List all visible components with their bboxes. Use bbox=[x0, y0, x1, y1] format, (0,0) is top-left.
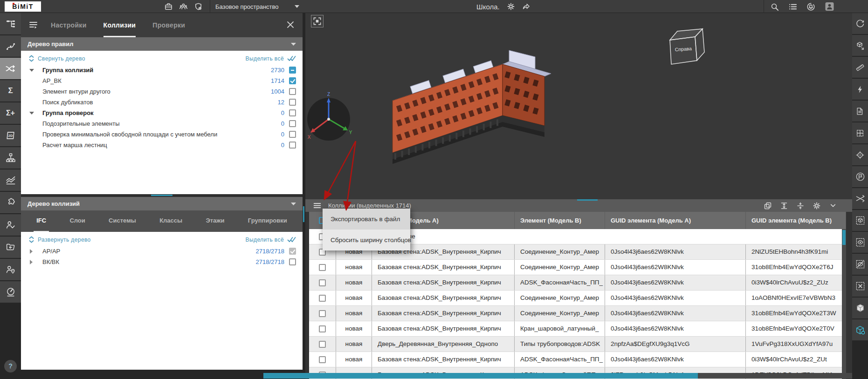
tool-sum[interactable]: Σ bbox=[0, 80, 21, 102]
rule-tree-item[interactable]: АР_ВК1714 bbox=[21, 75, 303, 86]
table-horizontal-scrollbar[interactable] bbox=[263, 373, 852, 379]
tool-folder-export[interactable] bbox=[0, 237, 21, 258]
rule-checkbox[interactable] bbox=[289, 88, 296, 95]
tool-clear-selection[interactable] bbox=[852, 276, 868, 297]
tab-Группировки[interactable]: Группировки bbox=[245, 210, 290, 232]
panel-resize-handle[interactable] bbox=[151, 195, 172, 196]
team-icon[interactable] bbox=[179, 2, 188, 11]
tool-visibility-off[interactable] bbox=[852, 254, 868, 275]
rules-tree-header[interactable]: Дерево правил bbox=[21, 37, 303, 51]
tab-Системы[interactable]: Системы bbox=[106, 210, 139, 232]
tool-collisions[interactable] bbox=[0, 58, 21, 79]
panel-menu-icon[interactable] bbox=[28, 20, 39, 30]
tab-Коллизии[interactable]: Коллизии bbox=[103, 13, 136, 37]
menu-item[interactable]: Сбросить ширину столбцов bbox=[323, 230, 410, 250]
menu-item[interactable]: Экспортировать в файл bbox=[323, 209, 410, 230]
expander-down-icon[interactable] bbox=[29, 68, 42, 72]
tab-Этажи[interactable]: Этажи bbox=[203, 210, 227, 232]
tool-2d-view[interactable]: 2D bbox=[0, 125, 21, 146]
close-icon[interactable] bbox=[286, 20, 295, 29]
tool-user-check[interactable] bbox=[0, 214, 21, 236]
rule-tree-item[interactable]: Расчет марша лестниц0 bbox=[21, 140, 303, 150]
tool-plugins[interactable] bbox=[0, 192, 21, 213]
workspace-selector[interactable]: Базовое пространство bbox=[215, 0, 299, 13]
row-checkbox[interactable] bbox=[319, 295, 326, 302]
view-cube[interactable]: Справа bbox=[665, 25, 708, 70]
tool-pages[interactable] bbox=[852, 101, 868, 122]
tool-sum-plus[interactable]: Σ+ bbox=[0, 102, 21, 124]
collapse-rows-icon[interactable] bbox=[796, 202, 805, 210]
tool-orbit[interactable] bbox=[852, 13, 868, 34]
row-checkbox[interactable] bbox=[319, 341, 326, 348]
tool-cube-selection[interactable] bbox=[852, 319, 868, 340]
tool-cube-arrow[interactable] bbox=[852, 35, 868, 56]
copy-icon[interactable] bbox=[764, 202, 772, 210]
tool-cube-solid[interactable] bbox=[852, 298, 868, 318]
expand-tree-link[interactable]: Развернуть дерево bbox=[28, 236, 91, 243]
collisions-tree-header[interactable]: Дерево коллизий bbox=[21, 197, 303, 210]
chevron-down-icon[interactable] bbox=[829, 202, 837, 210]
tool-flag[interactable] bbox=[852, 166, 868, 187]
tab-Классы[interactable]: Классы bbox=[157, 210, 185, 232]
fit-height-icon[interactable] bbox=[780, 202, 788, 210]
row-checkbox[interactable] bbox=[319, 310, 326, 317]
expander-right-icon[interactable] bbox=[29, 249, 42, 254]
table-row[interactable]: новаяДверь_Деревянная_Внутренняя_ОднопоТ… bbox=[309, 337, 846, 352]
focus-frame-button[interactable] bbox=[311, 15, 324, 27]
gear-icon[interactable] bbox=[507, 2, 515, 11]
expander-right-icon[interactable] bbox=[29, 260, 42, 264]
search-icon[interactable] bbox=[770, 2, 779, 11]
rule-tree-item[interactable]: Группа коллизий2730 bbox=[21, 65, 303, 75]
tool-section-cut[interactable] bbox=[852, 188, 868, 209]
tool-model-tree[interactable] bbox=[0, 13, 21, 34]
rule-tree-item[interactable]: Подозрительные элементы0 bbox=[21, 118, 303, 129]
column-header[interactable]: GUID элемента (Модель А) bbox=[605, 212, 746, 229]
table-vertical-scrollbar[interactable] bbox=[842, 229, 846, 379]
rule-tree-item[interactable]: Группа проверок0 bbox=[21, 108, 303, 118]
select-all-link[interactable]: Выделить всё bbox=[246, 55, 296, 62]
tool-visibility[interactable] bbox=[852, 232, 868, 253]
share-icon[interactable] bbox=[522, 2, 530, 11]
table-row[interactable]: новаяБазовая стена:ADSK_Внутренняя_Кирпи… bbox=[309, 260, 846, 275]
help-button[interactable]: ? bbox=[4, 360, 17, 372]
rule-checkbox[interactable] bbox=[289, 120, 296, 127]
building-model-3d[interactable] bbox=[387, 25, 648, 169]
table-resize-handle[interactable] bbox=[577, 199, 598, 201]
rule-checkbox[interactable] bbox=[289, 109, 296, 116]
notifications-icon[interactable] bbox=[806, 2, 815, 11]
row-checkbox[interactable] bbox=[319, 279, 326, 286]
collapse-tree-link[interactable]: Свернуть дерево bbox=[28, 55, 85, 62]
scrollbar-thumb[interactable] bbox=[263, 373, 698, 379]
collision-tree-item[interactable]: ВК/ВК2718/2718 bbox=[21, 257, 303, 267]
gear-icon[interactable] bbox=[813, 202, 821, 210]
axis-gizmo[interactable]: Z X Y bbox=[305, 82, 357, 147]
table-menu-icon[interactable] bbox=[313, 201, 322, 210]
expander-down-icon[interactable] bbox=[29, 111, 42, 115]
rule-checkbox[interactable] bbox=[289, 99, 296, 106]
bimit-logo[interactable]: BiMiT bbox=[5, 1, 41, 12]
tool-scheme[interactable] bbox=[0, 147, 21, 169]
rule-checkbox[interactable] bbox=[289, 67, 296, 74]
tool-section-box[interactable] bbox=[852, 122, 868, 143]
rule-tree-item[interactable]: Поиск дубликатов12 bbox=[21, 97, 303, 108]
rule-tree-item[interactable]: Проверка минимальной свободной площади с… bbox=[21, 129, 303, 140]
tab-Настройки[interactable]: Настройки bbox=[51, 13, 87, 37]
select-all-link[interactable]: Выделить всё bbox=[246, 237, 296, 243]
row-checkbox[interactable] bbox=[319, 356, 326, 363]
shield-settings-icon[interactable] bbox=[194, 2, 203, 11]
tool-user-location[interactable] bbox=[0, 259, 21, 280]
tool-lightning[interactable] bbox=[852, 79, 868, 100]
table-row[interactable]: новаяБазовая стена:ADSK_Внутренняя_Кирпи… bbox=[309, 352, 846, 367]
briefcase-icon[interactable] bbox=[164, 2, 173, 11]
tool-locate[interactable] bbox=[852, 144, 868, 165]
tool-charts[interactable] bbox=[0, 169, 21, 191]
table-row[interactable]: новаяБазовая стена:ADSK_Внутренняя_Кирпи… bbox=[309, 275, 846, 291]
rule-checkbox[interactable] bbox=[289, 142, 296, 149]
list-icon[interactable] bbox=[788, 2, 797, 11]
tool-dashboard[interactable] bbox=[0, 281, 21, 303]
panel-resize-handle-vertical[interactable] bbox=[303, 206, 304, 222]
rule-tree-item[interactable]: Элемент внтури другого1004 bbox=[21, 86, 303, 97]
row-checkbox[interactable] bbox=[319, 325, 326, 332]
table-row[interactable]: новаяБазовая стена:ADSK_Внутренняя_Кирпи… bbox=[309, 321, 846, 337]
tool-cube-dashed[interactable] bbox=[852, 210, 868, 231]
